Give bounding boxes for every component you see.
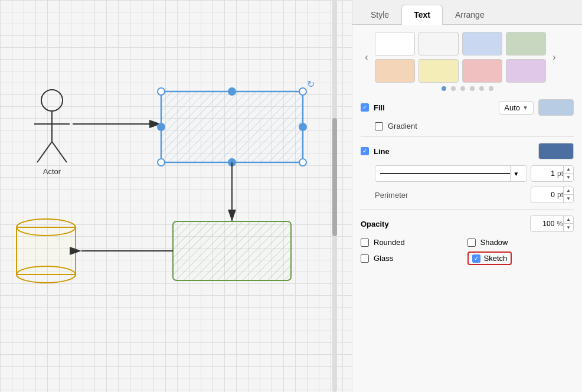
- next-swatches-button[interactable]: ›: [548, 51, 560, 63]
- svg-point-16: [299, 88, 306, 95]
- database-cylinder[interactable]: [17, 219, 76, 283]
- line-weight-spinners: ▲ ▼: [563, 166, 573, 181]
- line-weight-pt: pt: [557, 169, 563, 178]
- swatch-light-blue[interactable]: [462, 32, 502, 55]
- line-weight-up[interactable]: ▲: [564, 166, 573, 174]
- fill-mode-dropdown[interactable]: Auto ▼: [499, 101, 534, 115]
- dot-6[interactable]: [489, 86, 493, 91]
- green-box[interactable]: [173, 221, 291, 280]
- scrollbar-thumb[interactable]: [332, 118, 337, 236]
- right-panel: Style Text Arrange ‹ ›: [352, 0, 582, 392]
- svg-point-0: [41, 90, 63, 111]
- svg-text:↻: ↻: [307, 79, 315, 89]
- shadow-checkbox[interactable]: [467, 239, 476, 247]
- dot-5[interactable]: [479, 86, 484, 91]
- swatch-light-pink[interactable]: [462, 59, 502, 83]
- selected-box[interactable]: ↻: [158, 79, 315, 166]
- line-weight-value[interactable]: [531, 167, 557, 180]
- swatch-light-green[interactable]: [506, 32, 546, 55]
- line-row: Line: [361, 143, 574, 159]
- svg-text:Actor: Actor: [43, 167, 61, 176]
- opacity-spinners: ▲ ▼: [563, 216, 573, 231]
- svg-point-15: [228, 88, 236, 95]
- line-style-arrow[interactable]: ▼: [510, 165, 522, 182]
- svg-rect-12: [161, 92, 303, 162]
- tab-style[interactable]: Style: [358, 5, 401, 24]
- svg-line-4: [52, 142, 67, 162]
- opacity-label: Opacity: [361, 220, 525, 228]
- swatch-white[interactable]: [375, 32, 415, 55]
- dot-3[interactable]: [460, 86, 465, 91]
- canvas-svg: Actor: [0, 0, 352, 392]
- dot-4[interactable]: [470, 86, 475, 91]
- dots-row: [361, 86, 574, 91]
- sketch-checkbox[interactable]: [472, 254, 480, 263]
- perimeter-input[interactable]: pt ▲ ▼: [531, 187, 574, 203]
- perimeter-value[interactable]: [531, 188, 557, 201]
- divider-1: [361, 136, 574, 137]
- svg-point-18: [299, 159, 306, 166]
- opacity-input[interactable]: % ▲ ▼: [530, 215, 574, 232]
- opacity-row: Opacity % ▲ ▼: [361, 215, 574, 232]
- perimeter-pt: pt: [557, 191, 563, 199]
- perimeter-label: Perimeter: [375, 191, 526, 200]
- fill-row: Fill Auto ▼: [361, 99, 574, 116]
- panel-content: ‹ › Fill: [352, 25, 582, 392]
- opacity-value[interactable]: [531, 217, 557, 230]
- swatch-light-orange[interactable]: [375, 59, 415, 83]
- svg-point-17: [299, 123, 306, 130]
- swatch-light-yellow[interactable]: [418, 59, 459, 83]
- svg-rect-26: [17, 227, 76, 275]
- actor-figure: Actor: [34, 90, 70, 176]
- svg-line-3: [37, 142, 52, 162]
- dot-2[interactable]: [451, 86, 456, 91]
- opacity-up[interactable]: ▲: [564, 216, 573, 224]
- sketch-label: Sketch: [484, 254, 508, 263]
- shadow-item: Shadow: [467, 238, 574, 247]
- svg-rect-22: [173, 221, 291, 280]
- line-checkbox[interactable]: [361, 147, 369, 155]
- shadow-label: Shadow: [480, 238, 508, 247]
- tabs: Style Text Arrange: [352, 0, 582, 25]
- svg-point-14: [158, 88, 165, 95]
- divider-2: [361, 209, 574, 210]
- swatch-light-purple[interactable]: [506, 59, 546, 83]
- fill-label: Fill: [374, 103, 494, 112]
- sketch-box[interactable]: Sketch: [467, 251, 512, 265]
- glass-item: Glass: [361, 251, 467, 265]
- prev-swatches-button[interactable]: ‹: [361, 51, 372, 63]
- line-label: Line: [374, 147, 534, 156]
- perimeter-row: Perimeter pt ▲ ▼: [361, 187, 574, 203]
- line-style-select[interactable]: ▼: [375, 165, 527, 182]
- color-swatches-container: ‹ ›: [361, 32, 574, 83]
- tab-arrange[interactable]: Arrange: [443, 5, 497, 24]
- canvas[interactable]: Actor: [0, 0, 352, 392]
- fill-dropdown-arrow: ▼: [522, 104, 528, 111]
- line-color-preview[interactable]: [538, 143, 574, 159]
- line-weight-input[interactable]: pt ▲ ▼: [531, 165, 574, 182]
- line-weight-down[interactable]: ▼: [564, 174, 573, 181]
- glass-checkbox[interactable]: [361, 254, 369, 263]
- fill-color-preview[interactable]: [538, 99, 574, 116]
- opacity-pct: %: [557, 220, 563, 228]
- perimeter-spinners: ▲ ▼: [563, 187, 573, 202]
- rounded-item: Rounded: [361, 238, 467, 247]
- opacity-down[interactable]: ▼: [564, 224, 573, 231]
- gradient-label: Gradient: [388, 122, 417, 130]
- gradient-checkbox[interactable]: [375, 122, 383, 130]
- swatches-grid: [375, 32, 546, 83]
- svg-point-21: [158, 123, 165, 130]
- swatch-light-gray[interactable]: [418, 32, 459, 55]
- fill-checkbox[interactable]: [361, 103, 369, 112]
- perimeter-down[interactable]: ▼: [564, 195, 573, 202]
- tab-text[interactable]: Text: [401, 5, 443, 25]
- glass-label: Glass: [374, 254, 393, 263]
- dot-1[interactable]: [442, 86, 446, 91]
- perimeter-up[interactable]: ▲: [564, 187, 573, 195]
- bottom-checkboxes: Rounded Shadow Glass Sketch: [361, 238, 574, 265]
- gradient-row: Gradient: [361, 122, 574, 130]
- rounded-checkbox[interactable]: [361, 239, 369, 247]
- line-style-row: ▼ pt ▲ ▼: [361, 165, 574, 182]
- svg-point-20: [158, 159, 165, 166]
- sketch-item: Sketch: [467, 251, 574, 265]
